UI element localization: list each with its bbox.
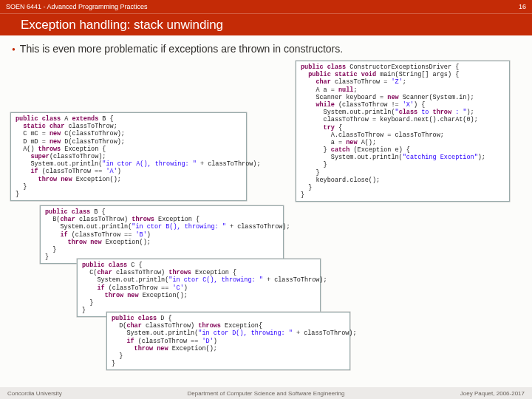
code-box-driver: public class ConstructorExceptionsDriver…	[296, 61, 510, 202]
footer-center: Department of Computer Science and Softw…	[0, 390, 532, 397]
code-text-b: public class B { B(char classToThrow) th…	[45, 208, 290, 261]
code-text-c: public class C { C(char classToThrow) th…	[82, 262, 327, 314]
page-number: 16	[519, 3, 526, 10]
code-text-a: public class A extends B { static char c…	[16, 115, 261, 198]
code-box-class-a: public class A extends B { static char c…	[10, 112, 247, 201]
slide: SOEN 6441 - Advanced Programming Practic…	[0, 0, 532, 399]
code-box-class-b: public class B { B(char classToThrow) th…	[40, 205, 284, 264]
bullet-dot-icon: ●	[12, 43, 16, 56]
footer: Concordia University Department of Compu…	[0, 387, 532, 399]
course-label: SOEN 6441 - Advanced Programming Practic…	[6, 3, 148, 10]
code-box-class-d: public class D { D(char classToThrow) th…	[106, 312, 350, 370]
topbar: SOEN 6441 - Advanced Programming Practic…	[0, 0, 532, 13]
code-text-driver: public class ConstructorExceptionsDriver…	[301, 64, 485, 199]
content-area: ● This is even more problematic if excep…	[0, 35, 532, 56]
code-box-class-c: public class C { C(char classToThrow) th…	[77, 259, 321, 317]
code-text-d: public class D { D(char classToThrow) th…	[112, 315, 357, 367]
titlebar: Exception handling: stack unwinding	[0, 13, 532, 35]
bullet-text: This is even more problematic if excepti…	[20, 43, 343, 55]
bullet-line: ● This is even more problematic if excep…	[12, 43, 520, 56]
slide-title: Exception handling: stack unwinding	[21, 18, 223, 33]
